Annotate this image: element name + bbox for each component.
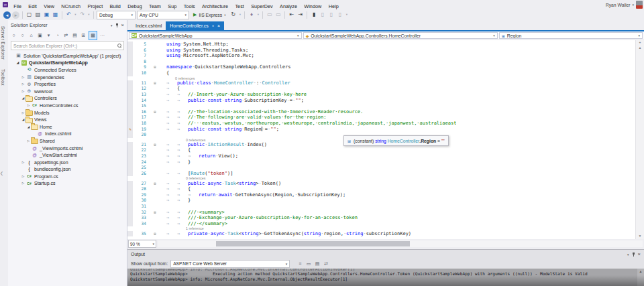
tab-index-cshtml[interactable]: Index.cshtml [131,21,166,30]
tab-pin-icon[interactable]: ⚬ [211,23,215,28]
breakpoint-margin[interactable] [127,165,133,171]
comment-icon[interactable]: ⇤ [288,10,295,19]
back-icon[interactable]: ○ [10,31,17,40]
breakpoint-margin[interactable] [127,171,133,177]
tree-item-startup-cs[interactable]: ▷C#Startup.cs [8,180,127,188]
scrollbar-thumb[interactable] [216,241,410,246]
code-line-15[interactable]: 15 [127,103,636,109]
tree-item-solution-quickstartsamplewebapp-1-project[interactable]: ▣Solution 'QuickstartSampleWebApp' (1 pr… [8,52,127,60]
breakpoint-margin[interactable] [127,221,133,227]
breakpoint-margin[interactable] [127,103,133,109]
refresh-dropdown[interactable]: ▾ [238,10,241,19]
navigate-back-icon[interactable]: ◂ [3,11,11,19]
menu-help[interactable]: Help [325,3,342,9]
breakpoint-margin[interactable] [127,231,133,237]
bookmark-clear-icon[interactable]: ▯ [336,10,343,19]
fold-collapse-icon[interactable]: ⊟ [152,181,158,187]
breakpoint-margin[interactable] [127,115,133,121]
breakpoint-margin[interactable] [127,92,133,98]
code-line-13[interactable]: 13→→//·Insert·your·Azure·subscription·ke… [127,92,636,98]
undo-dropdown[interactable]: ▾ [74,10,77,19]
tree-item-viewimports-cshtml[interactable]: @_ViewImports.cshtml [8,145,127,152]
type-dropdown[interactable]: ◆ QuickstartSampleWebApp.Controllers.Hom… [303,32,498,39]
tree-item-connected-services[interactable]: ⟲Connected Services [8,66,127,74]
window-position-dropdown-icon[interactable]: ▾ [627,253,629,257]
fold-collapse-icon[interactable]: ⊟ [152,142,158,148]
expander-icon[interactable]: ▷ [21,76,25,79]
expander-icon[interactable]: ◢ [15,61,20,64]
editor-vertical-scrollbar[interactable]: + ▲ ▼ [635,40,644,239]
code-line-26[interactable]: 26→→[Route("token")] [127,171,636,177]
code-line-22[interactable]: 22→→{ [127,147,636,153]
tree-item-home[interactable]: ◢Home [8,123,127,131]
breakpoint-margin[interactable] [127,186,133,192]
code-line-6[interactable]: 6using·System.Threading.Tasks; [127,48,636,54]
fold-collapse-icon[interactable]: ⊟ [152,210,158,216]
tree-item-properties[interactable]: ▷⚙Properties [8,80,127,88]
menu-debug[interactable]: Debug [124,3,146,9]
navigate-forward-icon[interactable]: ▸ [12,11,19,19]
home-icon[interactable]: ⌂ [28,31,35,40]
expander-icon[interactable]: ▷ [21,90,25,93]
expander-icon[interactable]: ▷ [21,182,25,185]
breakpoint-margin[interactable] [127,153,133,159]
toolbar-overflow[interactable]: ▾ [345,10,348,19]
output-source-select[interactable]: ASP.NET Core Web Server ▾ [170,260,290,268]
find-next-icon[interactable]: ▭ [274,10,282,19]
breakpoint-margin[interactable] [127,210,133,216]
code-line-30[interactable]: 30→→} [127,198,636,204]
signed-in-user[interactable]: Ryan Waller [606,3,631,7]
scroll-up-icon[interactable]: ▲ [636,45,644,50]
forward-icon[interactable]: ○ [19,31,26,40]
code-line-25[interactable]: 25 [127,165,636,171]
solution-explorer-titlebar[interactable]: Solution Explorer ▾ × [8,20,127,30]
bookmark-next-icon[interactable]: ▯ [327,10,335,19]
code-line-12[interactable]: 12→{ [127,86,636,92]
web-profiler-icon[interactable]: ♦ [248,10,255,19]
menu-team[interactable]: Team [146,3,164,9]
tree-item-shared[interactable]: ▷Shared [8,137,127,145]
tree-item-controllers[interactable]: ◢Controllers [8,95,127,102]
breakpoint-margin[interactable] [127,59,133,65]
pin-icon[interactable] [116,23,118,27]
tree-item-appsettings-json[interactable]: ▷{appsettings.json [8,159,127,166]
breakpoint-margin[interactable] [127,142,133,148]
code-line-23[interactable]: 23→→→return·View(); [127,153,636,159]
find-in-files-icon[interactable]: ▭ [266,10,273,19]
clear-all-icon[interactable]: ▤ [314,261,321,267]
user-dropdown-icon[interactable]: ▾ [632,3,634,7]
search-icon[interactable] [117,44,121,48]
sync-with-active-document-icon[interactable]: ▩ [89,31,97,40]
menu-test[interactable]: Test [231,3,248,9]
window-position-dropdown-icon[interactable]: ▾ [111,23,113,27]
code-line-14[interactable]: 14→→public·const·string·SubscriptionKey·… [127,98,636,104]
code-line-11[interactable]: 11⊟→public·class·HomeController·:·Contro… [127,80,636,86]
find-message-icon[interactable]: ▭ [305,261,312,267]
se-overflow[interactable]: ⋯ [99,31,106,40]
pending-changes-filter-icon[interactable]: ◔ [54,31,61,40]
breakpoint-margin[interactable] [127,198,133,204]
expander-icon[interactable]: ▷ [21,161,25,164]
bookmark-prev-icon[interactable]: ▯ [319,10,326,19]
pin-icon[interactable] [633,253,635,257]
expander-icon[interactable]: ◢ [21,118,25,121]
avatar[interactable] [636,1,643,9]
editor-zoom-select[interactable]: 90 % ▾ [128,240,156,248]
breakpoint-margin[interactable] [127,64,133,70]
tab-homecontroller-cs[interactable]: HomeController.cs⚬× [166,21,224,30]
code-line-32[interactable]: 32⊟→→///·<summary> [127,210,636,216]
breakpoint-margin[interactable] [127,98,133,104]
tree-item-homecontroller-cs[interactable]: ▷C#HomeController.cs [8,102,127,109]
breakpoint-margin[interactable] [127,147,133,153]
new-project-icon[interactable]: ▢ [25,10,33,19]
breakpoint-margin[interactable] [127,121,133,127]
scroll-down-icon[interactable]: ▼ [636,233,644,238]
expander-icon[interactable]: ◢ [21,96,25,100]
user-area[interactable]: Ryan Waller ▾ [606,1,644,9]
breakpoint-margin[interactable] [127,80,133,86]
menu-build[interactable]: Build [106,3,124,9]
code-line-31[interactable]: 31 [127,204,636,210]
code-line-8[interactable]: 8 [127,59,636,65]
close-icon[interactable]: × [638,251,641,257]
toggle-word-wrap-icon[interactable]: ⇄ [323,261,329,267]
